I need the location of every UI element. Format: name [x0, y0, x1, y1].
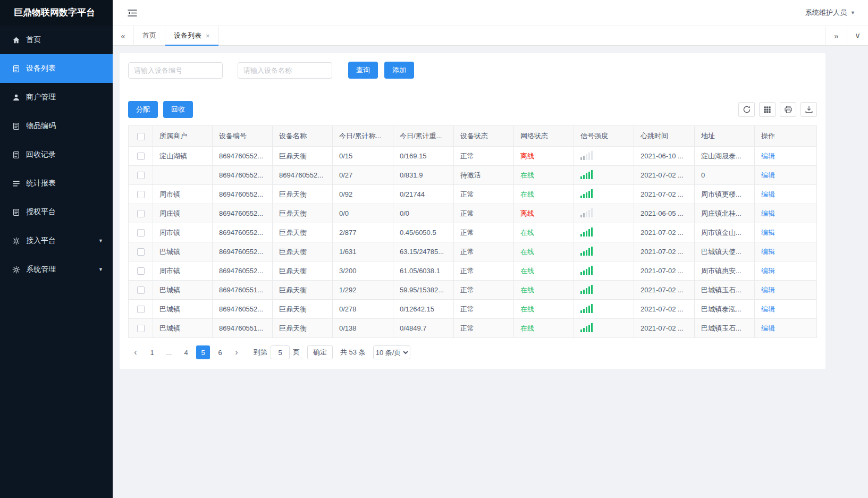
page-unit-label: 页 [293, 348, 300, 357]
cell-actions: 编辑 [755, 166, 817, 185]
row-checkbox[interactable] [137, 153, 145, 160]
cell-signal [574, 147, 634, 166]
search-row: 查询 添加 [128, 62, 817, 79]
export-button[interactable] [800, 102, 817, 117]
prev-page-icon[interactable]: ‹ [129, 345, 142, 359]
cell-signal [574, 319, 634, 338]
row-checkbox[interactable] [137, 229, 145, 237]
cell-address: 巴城镇天使... [695, 242, 755, 261]
device-no-input[interactable] [128, 62, 223, 79]
cell-merchant: 巴城镇 [153, 281, 213, 300]
sidebar-item-statistics-report[interactable]: 统计报表 [0, 169, 113, 198]
page-number[interactable]: 1 [145, 345, 159, 359]
print-button[interactable] [780, 102, 796, 117]
column-header[interactable]: 设备编号 [213, 126, 273, 147]
assign-button[interactable]: 分配 [128, 101, 158, 118]
column-header[interactable]: 今日/累计重... [393, 126, 454, 147]
row-checkbox[interactable] [137, 210, 145, 217]
edit-link[interactable]: 编辑 [761, 209, 775, 217]
doc-icon [12, 208, 20, 216]
confirm-button[interactable]: 确定 [307, 345, 333, 359]
table-row: 巴城镇 8694760552... 巨鼎天衡 1/631 63.15/24785… [129, 242, 817, 261]
column-header[interactable]: 信号强度 [574, 126, 634, 147]
columns-button[interactable] [759, 102, 776, 117]
device-name-input[interactable] [238, 62, 332, 79]
sidebar-item-home[interactable]: 首页 [0, 26, 113, 54]
row-checkbox[interactable] [137, 191, 145, 198]
collapse-sidebar-icon[interactable] [125, 7, 139, 19]
sidebar-item-authorization-platform[interactable]: 授权平台 [0, 198, 113, 226]
tabs-scroll-left-icon[interactable]: « [113, 26, 134, 45]
edit-link[interactable]: 编辑 [761, 305, 775, 313]
cell-actions: 编辑 [755, 261, 817, 281]
edit-link[interactable]: 编辑 [761, 286, 775, 294]
page-number[interactable]: 6 [213, 345, 227, 359]
refresh-button[interactable] [738, 102, 755, 117]
column-header[interactable]: 操作 [755, 126, 817, 147]
tabs-menu-icon[interactable]: ∨ [847, 26, 868, 45]
edit-link[interactable]: 编辑 [761, 190, 775, 198]
sidebar-item-system-management[interactable]: 系统管理 ▼ [0, 255, 113, 284]
edit-link[interactable]: 编辑 [761, 152, 775, 160]
table-row: 8694760552... 8694760552... 0/27 0/831.9… [129, 166, 817, 185]
page-number[interactable]: 5 [196, 345, 210, 359]
row-checkbox[interactable] [137, 286, 145, 294]
sidebar-item-recycle-record[interactable]: 回收记录 [0, 140, 113, 169]
cell-today-weight: 0/4849.7 [393, 319, 454, 338]
tab[interactable]: 设备列表 × [165, 26, 219, 45]
main-area: 系统维护人员 ▼ « 首页 设备列表 × [113, 0, 868, 498]
edit-link[interactable]: 编辑 [761, 248, 775, 256]
edit-link[interactable]: 编辑 [761, 171, 775, 179]
tabs-scroll-right-icon[interactable]: » [825, 26, 847, 45]
tab[interactable]: 首页 [134, 26, 165, 45]
doc-icon [12, 150, 20, 159]
page-size-select[interactable]: 10 条/页 [373, 345, 410, 359]
column-header[interactable]: 网络状态 [514, 126, 574, 147]
cell-signal [574, 281, 634, 300]
cell-address: 周市镇金山... [695, 223, 755, 242]
cell-today-count: 0/0 [333, 204, 393, 223]
column-header[interactable]: 设备名称 [273, 126, 333, 147]
row-checkbox[interactable] [137, 248, 145, 256]
cell-device-no: 8694760552... [213, 166, 273, 185]
tab-close-icon[interactable]: × [206, 32, 210, 40]
column-header[interactable]: 心跳时间 [634, 126, 695, 147]
edit-link[interactable]: 编辑 [761, 324, 775, 332]
next-page-icon[interactable]: › [230, 345, 243, 359]
cell-signal [574, 261, 634, 281]
goto-label: 到第 [254, 348, 267, 357]
goto-page-input[interactable] [271, 345, 290, 359]
table-row: 周庄镇 8694760552... 巨鼎天衡 0/0 0/0 正常 离线 [129, 204, 817, 223]
column-header[interactable]: 所属商户 [153, 126, 213, 147]
query-button[interactable]: 查询 [348, 62, 378, 79]
column-header[interactable]: 地址 [695, 126, 755, 147]
recycle-button[interactable]: 回收 [163, 101, 193, 118]
table-row: 巴城镇 8694760551... 巨鼎天衡 1/292 59.95/15382… [129, 281, 817, 300]
cell-heartbeat: 2021-07-02 ... [634, 185, 695, 204]
sidebar-item-access-platform[interactable]: 接入平台 ▼ [0, 226, 113, 255]
cell-actions: 编辑 [755, 281, 817, 300]
sidebar-item-merchant-management[interactable]: 商户管理 [0, 83, 113, 112]
add-button[interactable]: 添加 [384, 62, 414, 79]
select-all-checkbox[interactable] [137, 133, 145, 140]
cell-signal [574, 166, 634, 185]
row-checkbox[interactable] [137, 325, 145, 332]
column-header[interactable]: 今日/累计称... [333, 126, 393, 147]
edit-link[interactable]: 编辑 [761, 229, 775, 237]
page-number[interactable]: 4 [179, 345, 193, 359]
sidebar-item-device-list[interactable]: 设备列表 [0, 54, 113, 83]
row-checkbox[interactable] [137, 306, 145, 313]
column-header[interactable]: 设备状态 [454, 126, 514, 147]
refresh-icon [743, 105, 751, 114]
cell-device-status: 正常 [454, 300, 514, 319]
user-menu[interactable]: 系统维护人员 ▼ [805, 8, 855, 18]
cell-today-count: 0/278 [333, 300, 393, 319]
edit-link[interactable]: 编辑 [761, 267, 775, 275]
row-checkbox[interactable] [137, 172, 145, 179]
chevron-down-icon: ▼ [98, 267, 103, 272]
cell-merchant: 周市镇 [153, 261, 213, 281]
row-checkbox[interactable] [137, 267, 145, 275]
sidebar: 巨鼎物联网数字平台 首页 设备列表 商户管理 [0, 0, 113, 498]
signal-strength-icon [580, 208, 593, 217]
sidebar-item-item-code[interactable]: 物品编码 [0, 112, 113, 140]
